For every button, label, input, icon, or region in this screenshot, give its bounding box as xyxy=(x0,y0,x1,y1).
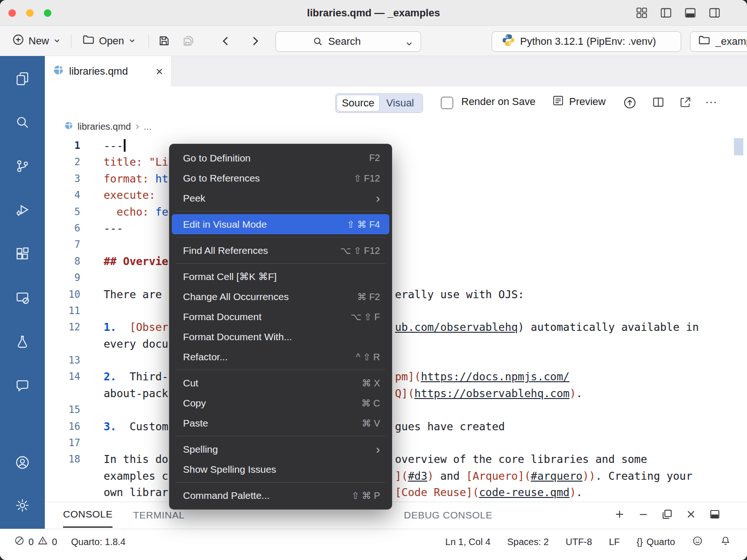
cursor-position[interactable]: Ln 1, Col 4 xyxy=(445,537,491,547)
render-on-save-checkbox[interactable] xyxy=(441,97,453,109)
code-line[interactable]: 3format: ht xyxy=(45,171,747,187)
notifications-bell-icon[interactable] xyxy=(720,535,731,549)
preview-button[interactable]: Preview xyxy=(552,87,606,117)
code-line[interactable]: 142. Third-pm](https://docs.npmjs.com/ xyxy=(45,369,747,385)
customize-layout-icon[interactable] xyxy=(635,7,648,19)
menu-item-paste[interactable]: Paste⌘ V xyxy=(172,413,389,433)
quarto-version[interactable]: Quarto: 1.8.4 xyxy=(71,537,126,547)
code-line[interactable]: every docu xyxy=(45,336,747,352)
back-icon[interactable] xyxy=(219,35,233,49)
panel-minimize-icon[interactable] xyxy=(637,508,649,522)
sidebar-item-run-debug[interactable] xyxy=(15,199,30,223)
menu-item-go-to-references[interactable]: Go to References⇧ F12 xyxy=(172,168,389,188)
editor-tab-strip: libraries.qmd × xyxy=(45,56,747,86)
menu-item-format-document[interactable]: Format Document⌥ ⇧ F xyxy=(172,307,389,327)
sidebar-item-settings[interactable] xyxy=(15,494,30,518)
toggle-secondary-sidebar-icon[interactable] xyxy=(708,7,721,19)
sidebar-item-explorer[interactable] xyxy=(15,67,30,91)
menu-item-copy[interactable]: Copy⌘ C xyxy=(172,393,389,413)
feedback-smiley-icon[interactable] xyxy=(692,535,703,549)
open-button[interactable]: Open xyxy=(82,27,136,56)
code-line[interactable]: 2title: "Li xyxy=(45,154,747,170)
open-in-new-window-icon[interactable] xyxy=(679,96,692,109)
code-line[interactable]: about-packQ](https://observablehq.com). xyxy=(45,385,747,402)
sidebar-item-source-control[interactable] xyxy=(15,155,30,179)
menu-item-cut[interactable]: Cut⌘ X xyxy=(172,373,389,393)
sidebar-item-account[interactable] xyxy=(15,451,30,476)
menu-separator xyxy=(176,370,385,370)
sidebar-item-extensions[interactable] xyxy=(15,243,30,267)
chevron-down-icon[interactable] xyxy=(405,38,413,50)
code-line[interactable]: 15 xyxy=(45,402,747,418)
context-menu: Go to DefinitionF2Go to References⇧ F12P… xyxy=(169,144,392,510)
code-line[interactable]: 10There are erally use with OJS: xyxy=(45,287,747,303)
code-line[interactable]: 9 xyxy=(45,270,747,286)
code-line[interactable]: 6--- xyxy=(45,220,747,237)
code-line[interactable]: 18In this dooverview of the core librari… xyxy=(45,451,747,468)
code-line[interactable]: 5 echo: fe xyxy=(45,204,747,220)
menu-item-refactor[interactable]: Refactor...^ ⇧ R xyxy=(172,347,389,367)
toggle-sidebar-icon[interactable] xyxy=(660,7,672,19)
menu-item-format-cell-k-f[interactable]: Format Cell [⌘K ⌘F] xyxy=(172,266,389,287)
language-mode[interactable]: {} Quarto xyxy=(636,537,675,547)
code-line[interactable]: 121. [Obserub.com/observablehq) automati… xyxy=(45,319,747,336)
menu-item-find-all-references[interactable]: Find All References⌥ ⇧ F12 xyxy=(172,240,389,260)
code-line[interactable]: 163. Customgues have created xyxy=(45,419,747,435)
panel-tab-debug-console[interactable]: DEBUG CONSOLE xyxy=(404,502,493,528)
panel-restore-icon[interactable] xyxy=(661,508,673,522)
sidebar-item-connections[interactable] xyxy=(15,287,30,311)
sidebar-item-testing[interactable] xyxy=(15,330,30,355)
menu-item-change-all-occurrences[interactable]: Change All Occurrences⌘ F2 xyxy=(172,287,389,307)
code-editor[interactable]: 1---2title: "Li3format: ht4execute:5 ech… xyxy=(45,136,747,502)
code-line[interactable]: 4execute: xyxy=(45,187,747,203)
menu-item-peek[interactable]: Peek› xyxy=(172,188,389,208)
save-icon[interactable] xyxy=(158,35,170,49)
panel-maximize-icon[interactable] xyxy=(709,508,721,522)
panel-close-icon[interactable] xyxy=(685,508,697,522)
split-editor-icon[interactable] xyxy=(652,96,665,109)
indentation[interactable]: Spaces: 2 xyxy=(507,537,549,547)
code-line[interactable]: 1--- xyxy=(45,138,747,154)
code-line[interactable]: 13 xyxy=(45,352,747,369)
sidebar-item-search[interactable] xyxy=(15,111,30,135)
breadcrumb[interactable]: libraries.qmd › ... xyxy=(45,117,747,136)
menu-item-edit-in-visual-mode[interactable]: Edit in Visual Mode⇧ ⌘ F4 xyxy=(172,214,389,234)
panel-plus-icon[interactable] xyxy=(613,508,626,522)
encoding[interactable]: UTF-8 xyxy=(565,537,592,547)
sidebar-item-chat[interactable] xyxy=(15,374,30,399)
code-line[interactable]: 11 xyxy=(45,303,747,319)
visual-mode-button[interactable]: Visual xyxy=(379,95,421,111)
explorer-icon xyxy=(15,71,30,88)
menu-item-command-palette[interactable]: Command Palette...⇧ ⌘ P xyxy=(172,485,389,505)
code-line[interactable]: 17 xyxy=(45,435,747,451)
menu-item-go-to-definition[interactable]: Go to DefinitionF2 xyxy=(172,148,389,168)
breadcrumb-file[interactable]: libraries.qmd xyxy=(78,121,131,132)
search-input[interactable]: Search xyxy=(275,31,421,52)
publish-icon[interactable] xyxy=(623,96,637,110)
source-mode-button[interactable]: Source xyxy=(337,95,379,111)
interpreter-label: Python 3.12.1 (PipEnv: .venv) xyxy=(520,35,656,48)
code-line[interactable]: 7 xyxy=(45,237,747,253)
menu-item-spelling[interactable]: Spelling› xyxy=(172,439,389,459)
forward-icon[interactable] xyxy=(248,35,261,49)
tab-libraries-qmd[interactable]: libraries.qmd × xyxy=(45,56,172,86)
eol-sequence[interactable]: LF xyxy=(609,537,620,547)
menu-item-show-spelling-issues[interactable]: Show Spelling Issues xyxy=(172,459,389,479)
errors-indicator[interactable]: 0 xyxy=(14,535,34,548)
code-line[interactable]: 8## Overvie xyxy=(45,253,747,270)
panel-tab-console[interactable]: CONSOLE xyxy=(63,502,113,528)
toggle-panel-icon[interactable] xyxy=(684,7,697,19)
interpreter-selector[interactable]: Python 3.12.1 (PipEnv: .venv) xyxy=(492,31,681,52)
breadcrumb-more[interactable]: ... xyxy=(144,121,152,132)
line-number: 13 xyxy=(45,352,80,369)
more-actions-icon[interactable]: ··· xyxy=(705,87,717,117)
menu-item-format-document-with[interactable]: Format Document With... xyxy=(172,327,389,347)
code-line[interactable]: own librar[Code Reuse](code-reuse.qmd). xyxy=(45,484,747,501)
project-selector[interactable]: _examples xyxy=(690,31,747,52)
code-line[interactable]: examples c](#d3) and [Arquero](#arquero)… xyxy=(45,468,747,484)
close-tab-icon[interactable]: × xyxy=(156,65,163,77)
scrollbar-thumb[interactable] xyxy=(734,138,743,155)
open-label: Open xyxy=(99,35,124,47)
new-button[interactable]: New xyxy=(12,27,61,56)
warnings-indicator[interactable]: 0 xyxy=(37,535,57,548)
